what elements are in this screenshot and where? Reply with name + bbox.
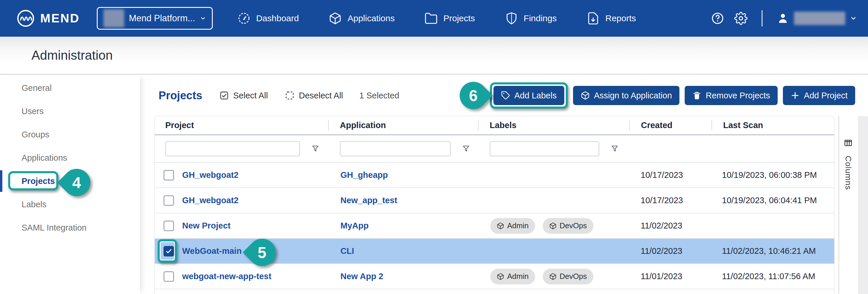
mend-logo-icon [16, 9, 35, 28]
add-labels-button[interactable]: Add Labels [493, 86, 564, 105]
application-link[interactable]: GH_gheapp [340, 170, 388, 180]
cube-icon [497, 273, 504, 280]
redacted-org-logo [103, 9, 124, 27]
checkbox-checked-icon [219, 90, 229, 101]
table-row[interactable]: GH_webgoat2 GH_gheapp 10/17/2023 10/19/2… [155, 163, 834, 188]
sidebar-item-users[interactable]: Users [22, 100, 140, 123]
application-link[interactable]: MyApp [340, 221, 369, 230]
brand-name: MEND [40, 11, 80, 25]
report-file-icon [586, 12, 600, 25]
column-header-application[interactable]: Application [328, 116, 478, 134]
column-header-labels-label: Labels [490, 120, 517, 130]
folder-icon [424, 12, 438, 25]
sidebar-label-projects: Projects [22, 176, 55, 186]
add-project-button[interactable]: Add Project [783, 86, 855, 105]
row-checkbox[interactable] [163, 170, 174, 181]
cube-icon [549, 273, 557, 280]
last-scan-date: 11/02/2023, 11:07:56 AM [722, 271, 815, 281]
row-checkbox[interactable] [163, 271, 174, 282]
project-link[interactable]: New Project [182, 221, 230, 230]
labels-filter-icon[interactable] [610, 144, 619, 153]
sidebar-item-applications[interactable]: Applications [22, 146, 140, 170]
column-header-last-scan[interactable]: Last Scan [711, 116, 834, 134]
nav-label-applications: Applications [347, 13, 395, 23]
main-nav: Dashboard Applications Projects Findings [237, 12, 636, 25]
sidebar-item-general[interactable]: General [22, 76, 140, 100]
section-title: Projects [159, 89, 202, 102]
application-filter-icon[interactable] [462, 144, 470, 153]
sidebar-label-applications: Applications [22, 153, 67, 163]
created-date: 11/01/2023 [641, 271, 682, 281]
row-checkbox[interactable] [163, 195, 174, 206]
row-checkbox-checked[interactable] [163, 246, 174, 256]
last-scan-date: 11/02/2023, 10:46:21 AM [722, 246, 816, 256]
nav-item-dashboard[interactable]: Dashboard [237, 12, 299, 25]
remove-projects-button[interactable]: Remove Projects [685, 86, 778, 105]
trash-icon [692, 91, 702, 100]
user-menu[interactable] [776, 12, 857, 25]
application-filter-input[interactable] [340, 141, 451, 156]
column-header-created-label: Created [641, 120, 673, 130]
application-link[interactable]: New_app_test [340, 196, 397, 205]
plus-icon [790, 91, 800, 100]
label-chip: Admin [490, 218, 535, 234]
table-header-row: Project Application Labels Created Last … [155, 116, 834, 135]
gear-icon [734, 12, 748, 25]
sidebar-item-saml-integration[interactable]: SAML Integration [22, 216, 140, 239]
column-header-project[interactable]: Project [155, 116, 328, 134]
main-content: Projects Select All Deselect All 1 Selec… [140, 75, 868, 294]
assign-to-application-label: Assign to Application [594, 91, 672, 101]
label-chip-text: Admin [507, 221, 529, 230]
nav-item-findings[interactable]: Findings [505, 12, 557, 25]
sidebar-label-groups: Groups [22, 130, 49, 140]
application-link[interactable]: New App 2 [340, 271, 383, 281]
org-dropdown[interactable]: Mend Platform... [97, 7, 213, 30]
assign-to-application-button[interactable]: Assign to Application [573, 86, 680, 105]
deselect-all-button[interactable]: Deselect All [285, 90, 343, 101]
sidebar-item-labels[interactable]: Labels [22, 193, 140, 216]
project-link[interactable]: WebGoat-main [182, 246, 242, 256]
sidebar-item-groups[interactable]: Groups [22, 123, 140, 146]
help-button[interactable] [711, 12, 724, 25]
cube-icon [581, 91, 590, 100]
column-header-labels[interactable]: Labels [478, 116, 629, 134]
table-row[interactable]: webgoat-new-app-test New App 2 Admin [155, 264, 834, 289]
columns-panel-toggle[interactable]: Columns [839, 116, 857, 294]
select-all-label: Select All [233, 91, 268, 101]
org-dropdown-label: Mend Platform... [129, 13, 195, 24]
table-row[interactable]: New Project MyApp Admin [155, 213, 834, 239]
project-filter-icon[interactable] [311, 144, 320, 153]
table-row[interactable]: GH_webgoat2 New_app_test 10/17/2023 10/1… [155, 188, 834, 213]
last-scan-date: 10/19/2023, 06:04:41 PM [722, 196, 817, 205]
project-filter-input[interactable] [165, 141, 300, 156]
select-all-button[interactable]: Select All [219, 90, 268, 101]
page-body: General Users Groups Applications Projec… [0, 75, 868, 294]
vertical-scrollbar[interactable] [858, 116, 868, 294]
created-date: 10/17/2023 [641, 196, 683, 205]
application-link[interactable]: CLI [340, 246, 354, 256]
labels-filter-input[interactable] [490, 141, 599, 156]
column-header-application-label: Application [340, 120, 386, 130]
column-header-project-label: Project [165, 120, 194, 130]
nav-item-projects[interactable]: Projects [424, 12, 475, 25]
add-project-label: Add Project [804, 91, 847, 101]
created-date: 11/02/2023 [641, 221, 682, 230]
label-chip-text: Admin [507, 272, 529, 281]
table-row-selected[interactable]: WebGoat-main CLI 11/02/2023 11/02/2023, … [155, 239, 834, 264]
chevron-down-icon [850, 15, 857, 22]
deselect-all-label: Deselect All [299, 91, 343, 101]
annotation-callout-6: 6 [454, 76, 493, 115]
project-link[interactable]: GH_webgoat2 [182, 170, 239, 180]
nav-item-reports[interactable]: Reports [586, 12, 636, 25]
sidebar-item-projects[interactable]: Projects [22, 170, 140, 193]
nav-item-applications[interactable]: Applications [329, 12, 395, 25]
sidebar-label-users: Users [22, 107, 44, 116]
project-link[interactable]: webgoat-new-app-test [182, 271, 271, 281]
top-navbar: MEND Mend Platform... Dashboard Applicat… [0, 0, 868, 37]
row-checkbox[interactable] [163, 221, 174, 231]
settings-button[interactable] [734, 12, 748, 25]
mend-logo[interactable]: MEND [16, 9, 80, 28]
project-link[interactable]: GH_webgoat2 [182, 196, 239, 205]
column-header-created[interactable]: Created [629, 116, 711, 134]
cube-icon [549, 222, 557, 230]
